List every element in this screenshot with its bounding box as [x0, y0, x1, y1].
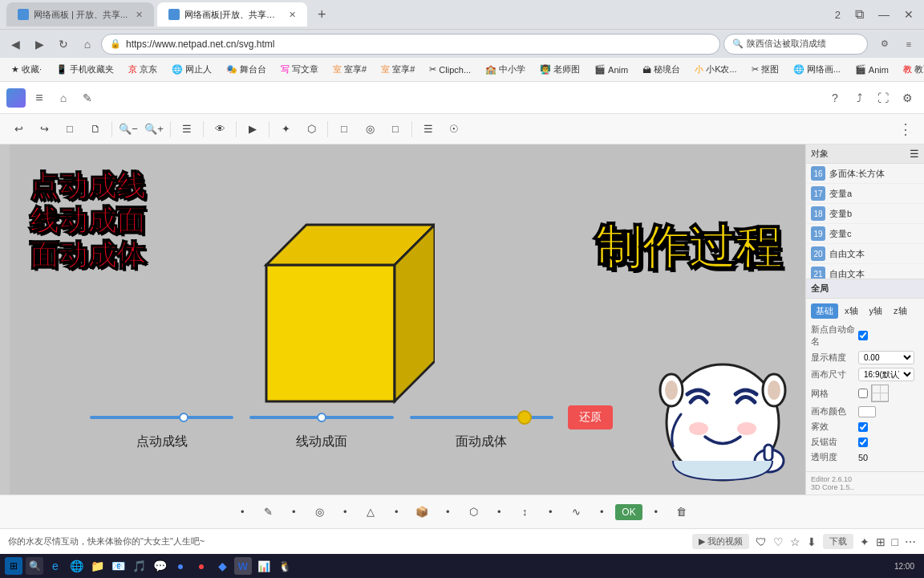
bookmark-room2[interactable]: 室室享#: [375, 62, 421, 77]
node-tool[interactable]: ✦: [274, 118, 298, 140]
bookmark-cutout[interactable]: ✂抠图: [745, 62, 785, 77]
bookmark-mobile[interactable]: 📱 手机收藏夹: [50, 62, 120, 77]
minimize-btn[interactable]: —: [874, 8, 894, 21]
status-heart-icon[interactable]: ♡: [773, 535, 784, 548]
bookmark-clip[interactable]: ✂Clipch...: [423, 63, 477, 76]
tab-close-2[interactable]: ✕: [289, 10, 296, 20]
close-btn[interactable]: ✕: [900, 8, 918, 21]
status-star-icon[interactable]: ☆: [790, 535, 800, 548]
taskbar-app1[interactable]: ●: [172, 557, 189, 575]
canvas-wrapper[interactable]: 点动成线 线动成面 面动成体 制作过程: [10, 144, 805, 495]
bottom-circle[interactable]: ◎: [307, 501, 331, 523]
bookmark-write[interactable]: 写写文章: [274, 62, 325, 77]
taskbar-app3[interactable]: ◆: [213, 557, 231, 575]
bottom-hex[interactable]: ⬡: [461, 501, 485, 523]
grid-checkbox[interactable]: [858, 389, 868, 398]
taskbar-email[interactable]: 📧: [109, 557, 127, 575]
app-home-btn[interactable]: ⌂: [53, 88, 74, 108]
panel-item-16[interactable]: 16 多面体:长方体: [806, 164, 924, 184]
slider1-track[interactable]: [90, 416, 233, 419]
sun-tool[interactable]: ☉: [442, 118, 466, 140]
tab-zaxis[interactable]: z轴: [889, 303, 912, 319]
bottom-wave[interactable]: ∿: [564, 501, 588, 523]
address-bar[interactable]: 🔒 https://www.netpad.net.cn/svg.html: [101, 34, 720, 55]
bookmark-edu[interactable]: 教教育: [897, 62, 924, 77]
bottom-dot1[interactable]: •: [230, 501, 254, 523]
grid-tool[interactable]: ☰: [416, 118, 440, 140]
bookmark-stage[interactable]: 🎭舞台台: [220, 62, 273, 77]
bottom-pen[interactable]: ✎: [256, 501, 280, 523]
bottom-dot5[interactable]: •: [436, 501, 460, 523]
canvas-color-swatch[interactable]: [858, 406, 876, 417]
bookmark-netpad[interactable]: 🌐网络画...: [787, 62, 847, 77]
reflect-checkbox[interactable]: [858, 438, 868, 447]
tab-basic[interactable]: 基础: [811, 303, 838, 319]
bottom-dot6[interactable]: •: [487, 501, 511, 523]
extensions-btn[interactable]: ⚙: [874, 34, 895, 55]
zoom-out-btn[interactable]: 🔍−: [116, 118, 140, 140]
app-folder-btn[interactable]: ✎: [77, 88, 98, 108]
bottom-triangle[interactable]: △: [359, 501, 383, 523]
panel-item-20[interactable]: 20 自由文本: [806, 244, 924, 264]
target-tool[interactable]: ◎: [358, 118, 382, 140]
bookmark-teacher[interactable]: 👨‍🏫老师图: [533, 62, 586, 77]
frame-tool[interactable]: □: [383, 118, 407, 140]
play-btn[interactable]: ▶: [241, 118, 265, 140]
tab-active[interactable]: 网络画板|开放、共享的... ✕: [157, 2, 307, 26]
home-button[interactable]: ⌂: [77, 34, 98, 55]
status-box-icon[interactable]: □: [892, 535, 898, 548]
copy-tool[interactable]: 🗋: [83, 118, 107, 140]
bottom-dot2[interactable]: •: [282, 501, 306, 523]
taskbar-search[interactable]: 🔍: [26, 557, 43, 575]
back-button[interactable]: ◀: [5, 34, 26, 55]
display-width-select[interactable]: 0.00: [858, 351, 914, 364]
redo-button[interactable]: ↪: [32, 118, 56, 140]
bottom-box[interactable]: 📦: [410, 501, 434, 523]
taskbar-excel[interactable]: 📊: [255, 557, 273, 575]
status-download-icon[interactable]: ⬇: [807, 535, 817, 548]
bookmark-anim1[interactable]: 🎬Anim: [588, 63, 634, 76]
panel-item-17[interactable]: 17 变量a: [806, 184, 924, 204]
tab-xaxis[interactable]: x轴: [840, 303, 863, 319]
bottom-arrows[interactable]: ↕: [513, 501, 537, 523]
taskbar-ie[interactable]: e: [47, 557, 64, 575]
status-grid-icon[interactable]: ⊞: [876, 535, 886, 548]
slider3-thumb[interactable]: [517, 410, 532, 425]
taskbar-music[interactable]: 🎵: [130, 557, 148, 575]
bookmark-school[interactable]: 🏫中小学: [479, 62, 532, 77]
extra-btn[interactable]: ⋮: [894, 118, 918, 140]
bottom-dot4[interactable]: •: [384, 501, 408, 523]
app-share-btn[interactable]: ⤴: [849, 88, 869, 108]
slider2-track[interactable]: [249, 416, 393, 419]
tab-inactive[interactable]: 网络画板 | 开放、共享... ✕: [6, 2, 154, 26]
canvas-size-select[interactable]: 16:9(默认): [858, 368, 914, 381]
align-tool[interactable]: ☰: [175, 118, 199, 140]
polygon-tool[interactable]: ⬡: [299, 118, 323, 140]
new-tab-button[interactable]: +: [310, 3, 333, 26]
bookmark-collections[interactable]: ★ 收藏·: [5, 62, 48, 77]
taskbar-app2[interactable]: ●: [192, 557, 210, 575]
taskbar-chrome[interactable]: 🌐: [67, 557, 85, 575]
taskbar-chat[interactable]: 💬: [151, 557, 168, 575]
bottom-dot8[interactable]: •: [590, 501, 614, 523]
bottom-dot3[interactable]: •: [333, 501, 357, 523]
bottom-dot7[interactable]: •: [538, 501, 562, 523]
download-btn[interactable]: 下载: [823, 534, 853, 549]
bookmark-anim2[interactable]: 🎬Anim: [849, 63, 895, 76]
tab-yaxis[interactable]: y轴: [865, 303, 888, 319]
my-video-btn[interactable]: ▶ 我的视频: [692, 534, 749, 549]
taskbar-folder[interactable]: 📁: [88, 557, 106, 575]
undo-button[interactable]: ↩: [6, 118, 30, 140]
delete-button[interactable]: 🗑: [670, 501, 694, 523]
ok-button[interactable]: OK: [615, 504, 642, 520]
slider1-thumb[interactable]: [179, 413, 188, 422]
slider3-track[interactable]: [410, 416, 553, 419]
app-menu-btn[interactable]: ≡: [29, 88, 50, 108]
menu-btn[interactable]: ≡: [898, 34, 919, 55]
bookmark-smallk[interactable]: 小小K农...: [688, 62, 744, 77]
slider2-thumb[interactable]: [317, 413, 326, 422]
autoname-checkbox[interactable]: [858, 331, 868, 340]
app-settings-btn[interactable]: ⚙: [897, 88, 918, 108]
restore-btn[interactable]: ⧉: [851, 7, 868, 22]
tab-count[interactable]: 2: [831, 9, 845, 21]
